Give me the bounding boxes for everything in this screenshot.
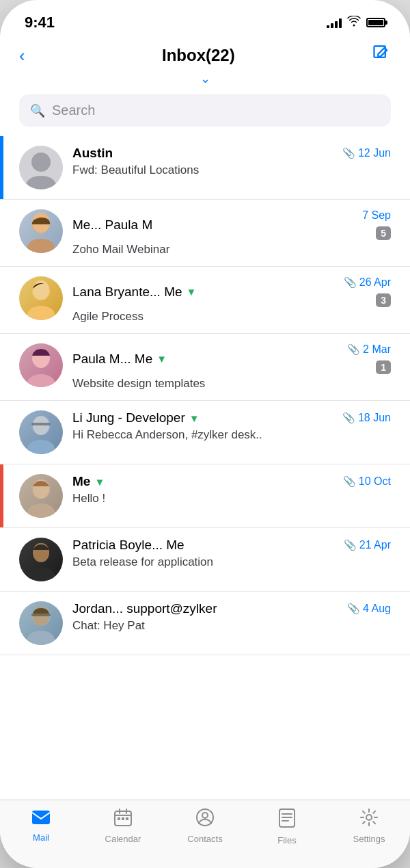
header: ‹ Inbox(22) bbox=[0, 37, 410, 67]
email-sender: Me ▼ bbox=[72, 474, 105, 489]
avatar bbox=[19, 209, 63, 253]
email-content: Paula M... Me ▼ 📎 2 Mar 1 Website design… bbox=[72, 343, 391, 391]
nav-calendar-label: Calendar bbox=[105, 834, 141, 844]
attachment-icon: 📎 bbox=[343, 475, 356, 488]
email-sender: Me... Paula M bbox=[72, 218, 152, 233]
email-subject: Hi Rebecca Anderson, #zylker desk.. bbox=[72, 428, 391, 442]
email-subject: Chat: Hey Pat bbox=[72, 619, 391, 633]
email-date: 2 Mar bbox=[363, 343, 391, 356]
svg-rect-32 bbox=[122, 817, 124, 820]
settings-icon bbox=[360, 808, 378, 831]
email-list: Austin 📎 12 Jun Fwd: Beautiful Locations bbox=[0, 136, 410, 655]
email-subject: Website design templates bbox=[72, 377, 391, 391]
nav-contacts-label: Contacts bbox=[187, 834, 222, 844]
email-sender: Li Jung - Developer ▼ bbox=[72, 410, 200, 425]
nav-files-label: Files bbox=[277, 835, 296, 845]
email-content: Me ▼ 📎 10 Oct Hello ! bbox=[72, 474, 391, 505]
email-date: 26 Apr bbox=[359, 276, 391, 289]
email-item[interactable]: Austin 📎 12 Jun Fwd: Beautiful Locations bbox=[0, 136, 410, 200]
email-date: 10 Oct bbox=[359, 475, 391, 488]
flag-icon: ▼ bbox=[187, 286, 197, 298]
email-content: Li Jung - Developer ▼ 📎 18 Jun Hi Rebecc… bbox=[72, 410, 391, 442]
email-content: Lana Bryante... Me ▼ 📎 26 Apr 3 Agile Pr… bbox=[72, 276, 391, 324]
status-bar: 9:41 bbox=[0, 0, 410, 37]
email-content: Austin 📎 12 Jun Fwd: Beautiful Locations bbox=[72, 146, 391, 177]
attachment-icon: 📎 bbox=[347, 603, 360, 615]
nav-calendar[interactable]: Calendar bbox=[102, 808, 144, 844]
email-subject: Agile Process bbox=[72, 310, 391, 324]
email-item[interactable]: Lana Bryante... Me ▼ 📎 26 Apr 3 Agile Pr… bbox=[0, 267, 410, 334]
calendar-icon bbox=[114, 808, 132, 831]
email-date: 7 Sep bbox=[362, 209, 391, 222]
files-icon bbox=[279, 808, 295, 832]
status-icons bbox=[327, 16, 385, 29]
attachment-icon: 📎 bbox=[342, 412, 355, 424]
svg-point-20 bbox=[27, 567, 55, 581]
compose-button[interactable] bbox=[372, 44, 391, 67]
email-date: 12 Jun bbox=[358, 147, 391, 159]
email-date: 21 Apr bbox=[359, 539, 391, 551]
nav-files[interactable]: Files bbox=[266, 808, 308, 845]
avatar bbox=[19, 474, 63, 518]
email-date: 18 Jun bbox=[358, 412, 391, 424]
nav-mail[interactable]: Mail bbox=[20, 808, 62, 843]
email-item[interactable]: Jordan... support@zylker 📎 4 Aug Chat: H… bbox=[0, 592, 410, 655]
phone-frame: 9:41 ‹ Inbox(22) bbox=[0, 0, 410, 868]
contacts-icon bbox=[196, 808, 214, 831]
svg-point-13 bbox=[27, 440, 55, 454]
svg-point-1 bbox=[31, 153, 51, 172]
svg-rect-26 bbox=[32, 811, 50, 824]
email-item[interactable]: Paula M... Me ▼ 📎 2 Mar 1 Website design… bbox=[0, 334, 410, 401]
back-button[interactable]: ‹ bbox=[19, 45, 25, 66]
email-sender: Austin bbox=[72, 146, 113, 161]
svg-point-17 bbox=[27, 503, 55, 518]
attachment-icon: 📎 bbox=[344, 539, 357, 551]
email-item[interactable]: Li Jung - Developer ▼ 📎 18 Jun Hi Rebecc… bbox=[0, 401, 410, 464]
email-date: 4 Aug bbox=[363, 603, 391, 615]
search-placeholder: Search bbox=[52, 103, 95, 118]
svg-rect-31 bbox=[118, 817, 120, 820]
avatar bbox=[19, 410, 63, 454]
svg-point-35 bbox=[202, 813, 208, 818]
nav-settings[interactable]: Settings bbox=[348, 808, 390, 844]
search-icon: 🔍 bbox=[30, 103, 45, 118]
inbox-title: Inbox(22) bbox=[162, 46, 235, 65]
signal-icon bbox=[327, 17, 342, 28]
email-content: Me... Paula M 7 Sep 5 Zoho Mail Webinar bbox=[72, 209, 391, 257]
compose-icon bbox=[372, 44, 391, 63]
svg-point-23 bbox=[27, 631, 55, 645]
email-content: Patricia Boyle... Me 📎 21 Apr Beta relea… bbox=[72, 538, 391, 569]
search-container: 🔍 Search bbox=[0, 89, 410, 136]
avatar bbox=[19, 538, 63, 581]
flag-icon: ▼ bbox=[189, 412, 200, 424]
search-bar[interactable]: 🔍 Search bbox=[19, 94, 391, 127]
avatar bbox=[19, 276, 63, 320]
flag-icon: ▼ bbox=[156, 353, 167, 365]
email-sender: Patricia Boyle... Me bbox=[72, 538, 184, 553]
email-subject: Zoho Mail Webinar bbox=[72, 243, 391, 257]
email-item[interactable]: Me... Paula M 7 Sep 5 Zoho Mail Webinar bbox=[0, 200, 410, 267]
email-sender: Jordan... support@zylker bbox=[72, 601, 217, 616]
svg-point-40 bbox=[366, 815, 372, 820]
avatar bbox=[19, 601, 63, 645]
nav-contacts[interactable]: Contacts bbox=[184, 808, 226, 844]
svg-point-4 bbox=[27, 239, 55, 253]
attachment-icon: 📎 bbox=[344, 276, 357, 289]
email-item[interactable]: Me ▼ 📎 10 Oct Hello ! bbox=[0, 464, 410, 528]
email-sender: Lana Bryante... Me ▼ bbox=[72, 285, 196, 300]
inbox-dropdown[interactable]: ⌄ bbox=[0, 67, 410, 89]
chevron-down-icon: ⌄ bbox=[200, 71, 210, 86]
bottom-nav: Mail Calendar bbox=[0, 800, 410, 868]
svg-point-7 bbox=[27, 306, 55, 320]
svg-rect-33 bbox=[126, 817, 128, 820]
email-count: 3 bbox=[376, 293, 391, 307]
avatar bbox=[19, 146, 63, 189]
attachment-icon: 📎 bbox=[347, 343, 360, 356]
email-sender: Paula M... Me ▼ bbox=[72, 352, 167, 367]
email-content: Jordan... support@zylker 📎 4 Aug Chat: H… bbox=[72, 601, 391, 633]
svg-rect-25 bbox=[31, 614, 51, 616]
email-item[interactable]: Patricia Boyle... Me 📎 21 Apr Beta relea… bbox=[0, 528, 410, 592]
attachment-icon: 📎 bbox=[342, 147, 355, 159]
mail-icon bbox=[31, 808, 51, 830]
email-subject: Hello ! bbox=[72, 492, 391, 505]
